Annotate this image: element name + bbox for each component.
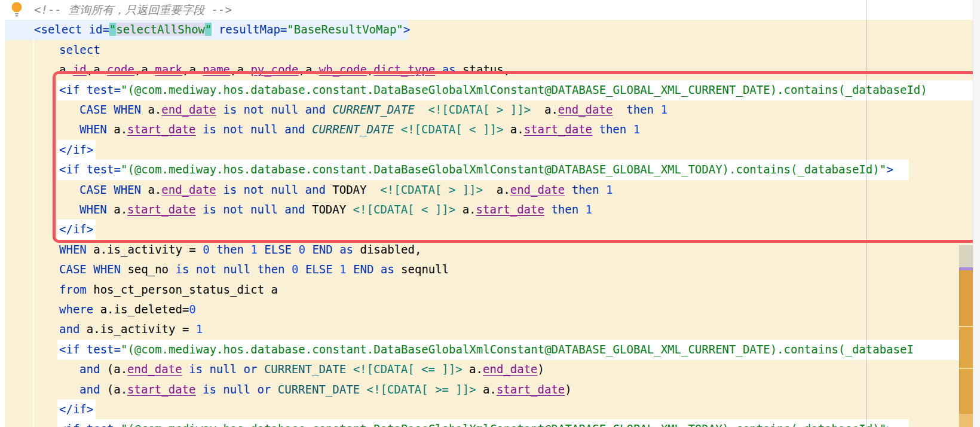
- code-token: py_code: [250, 63, 298, 76]
- code-token: is not null and: [223, 103, 326, 116]
- code-line-21[interactable]: <if test="(@com.mediway.hos.database.con…: [0, 419, 980, 427]
- code-token: [592, 123, 599, 136]
- stripe-marker-2[interactable]: [959, 270, 973, 326]
- scrollbar-track[interactable]: [973, 0, 980, 427]
- code-token: 0: [298, 243, 305, 256]
- code-token: a.: [107, 123, 127, 136]
- code-token: >: [886, 163, 893, 176]
- code-token: [544, 203, 551, 216]
- code-line-0[interactable]: <!-- 查询所有，只返回重要字段 -->: [0, 0, 980, 20]
- stripe-marker-6[interactable]: [959, 369, 973, 414]
- code-token: "(@com.mediway.hos.database.constant.Dat…: [121, 83, 927, 96]
- code-line-20[interactable]: </if>: [0, 399, 980, 420]
- code-token: [346, 362, 353, 376]
- code-token: [565, 183, 571, 196]
- code-text: and a.is_activity = 1: [59, 319, 203, 339]
- code-token: is null or: [203, 383, 271, 396]
- code-token: start_date: [127, 383, 195, 396]
- stripe-marker-7[interactable]: [959, 414, 973, 427]
- code-token: a.: [531, 103, 558, 116]
- code-token: ): [565, 383, 571, 396]
- code-token: ,a.: [298, 63, 318, 76]
- stripe-marker-4[interactable]: [959, 327, 973, 368]
- code-token: WHEN: [59, 243, 87, 256]
- code-token: status,: [456, 63, 511, 76]
- code-line-4[interactable]: <if test="(@com.mediway.hos.database.con…: [0, 80, 980, 100]
- code-line-19[interactable]: and (a.start_date is null or CURRENT_DAT…: [0, 380, 980, 400]
- code-line-13[interactable]: CASE WHEN seq_no is not null then 0 ELSE…: [0, 260, 980, 280]
- code-token: <select id=: [34, 23, 109, 36]
- code-token: "(@com.mediway.hos.database.constant.Dat…: [121, 343, 914, 356]
- error-stripe[interactable]: [959, 0, 973, 427]
- code-token: </if>: [59, 143, 93, 156]
- code-token: end_date: [558, 103, 613, 116]
- code-line-11[interactable]: </if>: [0, 219, 980, 240]
- code-token: resultMap=: [219, 23, 287, 36]
- code-token: id: [73, 63, 87, 76]
- code-token: [285, 263, 292, 276]
- code-token: [257, 362, 264, 376]
- code-editor[interactable]: <!-- 查询所有，只返回重要字段 --><select id="selectA…: [0, 0, 980, 427]
- code-token: CASE WHEN: [79, 183, 141, 196]
- code-token: [626, 123, 633, 136]
- code-line-6[interactable]: WHEN a.start_date is not null and CURREN…: [0, 120, 980, 140]
- code-token: then: [258, 263, 285, 276]
- code-line-14[interactable]: from hos_ct_person_status_dict a: [0, 280, 980, 300]
- code-token: CASE WHEN: [59, 263, 121, 276]
- code-line-9[interactable]: CASE WHEN a.end_date is not null and TOD…: [0, 180, 980, 200]
- code-text: WHEN a.start_date is not null and CURREN…: [79, 120, 640, 139]
- code-line-2[interactable]: select: [0, 40, 980, 60]
- code-line-10[interactable]: WHEN a.start_date is not null and TODAY …: [0, 200, 980, 220]
- code-token: [333, 263, 339, 276]
- code-token: [195, 123, 202, 136]
- code-token: 0: [203, 243, 209, 256]
- code-line-12[interactable]: WHEN a.is_activity = 0 then 1 ELSE 0 END…: [0, 240, 980, 260]
- code-token: (a.: [100, 362, 127, 376]
- code-token: <if test=: [59, 163, 121, 176]
- code-token: </if>: [59, 222, 93, 236]
- code-token: start_date: [127, 123, 195, 136]
- intention-bulb-icon[interactable]: [9, 1, 24, 18]
- code-text: CASE WHEN a.end_date is not null and CUR…: [79, 100, 667, 120]
- code-line-16[interactable]: and a.is_activity = 1: [0, 319, 980, 340]
- code-token: a.: [463, 362, 483, 376]
- code-token: TODAY: [326, 183, 381, 196]
- code-token: [250, 263, 257, 276]
- code-text: and (a.start_date is null or CURRENT_DAT…: [79, 380, 572, 399]
- code-line-7[interactable]: </if>: [0, 140, 980, 160]
- code-token: is not null: [175, 263, 250, 276]
- code-text: </if>: [59, 399, 93, 419]
- code-token: [305, 123, 312, 136]
- code-token: a.: [476, 383, 497, 396]
- code-token: end_date: [127, 362, 182, 376]
- code-token: [435, 63, 442, 76]
- stripe-marker-0[interactable]: [959, 245, 973, 267]
- code-token: WHEN: [79, 203, 107, 216]
- code-token: a.: [107, 203, 127, 216]
- code-token: TODAY: [305, 203, 353, 216]
- code-token: ": [205, 23, 212, 36]
- code-token: [326, 103, 332, 116]
- code-line-8[interactable]: <if test="(@com.mediway.hos.database.con…: [0, 160, 980, 180]
- code-token: disabled,: [353, 243, 421, 256]
- code-line-3[interactable]: a.id,a.code,a.mark,a.name,a.py_code,a.wb…: [0, 60, 980, 80]
- code-line-17[interactable]: <if test="(@com.mediway.hos.database.con…: [0, 340, 980, 360]
- code-token: a.: [503, 123, 523, 136]
- code-line-15[interactable]: where a.is_deleted=0: [0, 300, 980, 320]
- code-token: CURRENT_DATE: [332, 103, 414, 116]
- code-line-5[interactable]: CASE WHEN a.end_date is not null and CUR…: [0, 100, 980, 120]
- code-token: <if test=: [59, 343, 121, 356]
- code-line-1[interactable]: <select id="selectAllShow" resultMap="Ba…: [0, 20, 980, 40]
- code-token: 1: [606, 183, 612, 196]
- code-text: <select id="selectAllShow" resultMap="Ba…: [34, 20, 410, 39]
- code-token: <!-- 查询所有，只返回重要字段 -->: [34, 3, 232, 16]
- code-text: </if>: [59, 219, 93, 239]
- code-line-18[interactable]: and (a.end_date is null or CURRENT_DATE …: [0, 359, 980, 380]
- code-text: <if test="(@com.mediway.hos.database.con…: [59, 419, 893, 427]
- code-token: seqnull: [394, 263, 449, 276]
- code-token: <![CDATA[ >= ]]>: [367, 383, 476, 396]
- code-token: then: [551, 203, 578, 216]
- code-token: [195, 383, 202, 396]
- code-token: ELSE: [305, 263, 333, 276]
- code-token: WHEN: [79, 123, 107, 136]
